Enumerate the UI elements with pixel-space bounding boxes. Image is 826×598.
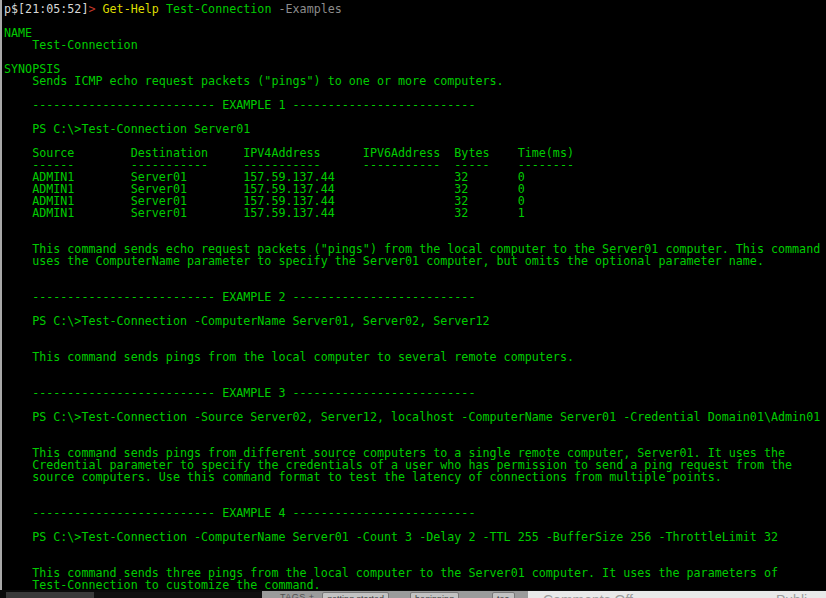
console-line: uses the ComputerName parameter to speci… [4, 255, 826, 267]
console-line: -------------------------- EXAMPLE 4 ---… [4, 507, 826, 519]
console-line: source computers. Use this command forma… [4, 471, 826, 483]
prompt-line: p$[21:05:52]> Get-Help Test-Connection -… [4, 3, 826, 15]
console-line: Test-Connection to customize the command… [4, 579, 826, 590]
published-text: Publi [776, 592, 807, 598]
console-line [4, 363, 826, 375]
console-line [4, 327, 826, 339]
tag-chip-tea[interactable]: tea [492, 592, 515, 598]
console-line [4, 15, 826, 27]
console-line: PS C:\>Test-Connection -Source Server02,… [4, 411, 826, 423]
prompt-segment [159, 2, 166, 16]
background-webpage-strip: TAGS + getting started beginning tea Com… [0, 590, 826, 598]
prompt-segment: p$[21:05:52] [4, 2, 88, 16]
tag-chip-beginning[interactable]: beginning [410, 592, 459, 598]
tag-chip-getting-started[interactable]: getting started [322, 592, 389, 598]
comments-off-link[interactable]: Comments Off [543, 592, 633, 598]
webpage-dark-block [6, 592, 94, 598]
console-line [4, 219, 826, 231]
console-line [4, 483, 826, 495]
console-line [4, 423, 826, 435]
console-line: PS C:\>Test-Connection -ComputerName Ser… [4, 531, 826, 543]
console-line: PS C:\>Test-Connection Server01 [4, 123, 826, 135]
prompt-segment [271, 2, 278, 16]
console-line: -------------------------- EXAMPLE 1 ---… [4, 99, 826, 111]
prompt-segment: Get-Help [103, 2, 159, 16]
console-line [4, 267, 826, 279]
webpage-darker-block [94, 592, 262, 598]
console-line: This command sends pings from the local … [4, 351, 826, 363]
console-line: Test-Connection [4, 39, 826, 51]
console-line: Sends ICMP echo request packets ("pings"… [4, 75, 826, 87]
tags-label: TAGS + [280, 592, 315, 598]
console-line: -------------------------- EXAMPLE 2 ---… [4, 291, 826, 303]
console-line: ADMIN1 Server01 157.59.137.44 32 1 [4, 207, 826, 219]
console-line [4, 543, 826, 555]
prompt-segment: -Examples [279, 2, 342, 16]
console-line: PS C:\>Test-Connection -ComputerName Ser… [4, 315, 826, 327]
console-line: -------------------------- EXAMPLE 3 ---… [4, 387, 826, 399]
prompt-segment [96, 2, 103, 16]
console-output: p$[21:05:52]> Get-Help Test-Connection -… [2, 0, 826, 590]
prompt-segment: > [88, 2, 95, 16]
prompt-segment: Test-Connection [166, 2, 272, 16]
console-line [4, 51, 826, 63]
powershell-console-window[interactable]: p$[21:05:52]> Get-Help Test-Connection -… [0, 0, 826, 590]
